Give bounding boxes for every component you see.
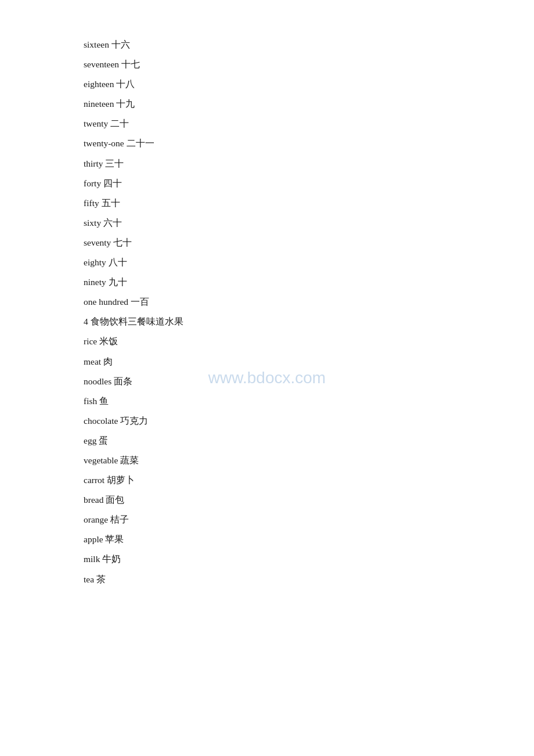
list-item: seventeen 十七 [84,55,450,74]
list-item: orange 桔子 [84,510,450,530]
list-item: twenty-one 二十一 [84,134,450,153]
list-item: sixteen 十六 [84,35,450,55]
section-header: 4 食物饮料三餐味道水果 [84,312,450,332]
list-item: fifty 五十 [84,193,450,213]
list-item: forty 四十 [84,174,450,193]
list-item: meat 肉 [84,352,450,372]
list-item: vegetable 蔬菜 [84,451,450,470]
food-section: rice 米饭meat 肉noodles 面条fish 鱼chocolate 巧… [84,332,450,589]
list-item: milk 牛奶 [84,549,450,569]
vocab-list: sixteen 十六seventeen 十七eighteen 十八ninetee… [84,35,450,589]
list-item: noodles 面条 [84,372,450,391]
list-item: tea 茶 [84,570,450,589]
list-item: one hundred 一百 [84,292,450,312]
list-item: sixty 六十 [84,213,450,233]
list-item: apple 苹果 [84,530,450,549]
list-item: nineteen 十九 [84,94,450,114]
list-item: carrot 胡萝卜 [84,470,450,490]
list-item: ninety 九十 [84,272,450,292]
list-item: chocolate 巧克力 [84,411,450,431]
list-item: eighty 八十 [84,253,450,272]
numbers-section: sixteen 十六seventeen 十七eighteen 十八ninetee… [84,35,450,312]
list-item: eighteen 十八 [84,74,450,94]
list-item: twenty 二十 [84,114,450,134]
list-item: thirty 三十 [84,154,450,174]
list-item: seventy 七十 [84,233,450,253]
list-item: rice 米饭 [84,332,450,351]
list-item: bread 面包 [84,490,450,510]
list-item: fish 鱼 [84,391,450,411]
list-item: egg 蛋 [84,431,450,451]
